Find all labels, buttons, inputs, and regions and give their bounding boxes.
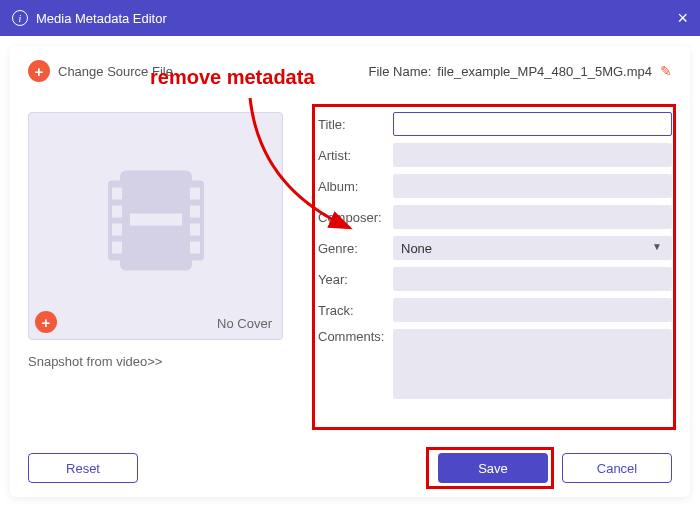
edit-filename-icon[interactable]: ✎ (660, 63, 672, 79)
svg-rect-11 (130, 214, 182, 226)
content-panel: + Change Source File File Name: file_exa… (10, 46, 690, 497)
year-label: Year: (318, 272, 393, 287)
genre-label: Genre: (318, 241, 393, 256)
svg-rect-3 (112, 188, 122, 200)
svg-rect-10 (190, 242, 200, 254)
svg-rect-9 (190, 224, 200, 236)
artist-label: Artist: (318, 148, 393, 163)
change-source-button[interactable]: + (28, 60, 50, 82)
svg-rect-6 (112, 242, 122, 254)
top-row: + Change Source File File Name: file_exa… (28, 60, 672, 82)
change-source-label: Change Source File (58, 64, 173, 79)
artist-input[interactable] (393, 143, 672, 167)
svg-rect-8 (190, 206, 200, 218)
track-input[interactable] (393, 298, 672, 322)
title-label: Title: (318, 117, 393, 132)
save-button[interactable]: Save (438, 453, 548, 483)
comments-input[interactable] (393, 329, 672, 399)
filename-label: File Name: (369, 64, 432, 79)
comments-label: Comments: (318, 329, 393, 344)
album-input[interactable] (393, 174, 672, 198)
album-label: Album: (318, 179, 393, 194)
track-label: Track: (318, 303, 393, 318)
footer: Reset Save Cancel (28, 453, 672, 483)
snapshot-link[interactable]: Snapshot from video>> (28, 354, 288, 369)
svg-rect-4 (112, 206, 122, 218)
reset-button[interactable]: Reset (28, 453, 138, 483)
genre-select[interactable]: None (393, 236, 672, 260)
close-icon[interactable]: × (677, 8, 688, 29)
window-title: Media Metadata Editor (36, 11, 167, 26)
info-icon: i (12, 10, 28, 26)
composer-label: Composer: (318, 210, 393, 225)
titlebar: i Media Metadata Editor × (0, 0, 700, 36)
metadata-form: Title: Artist: Album: Composer: Genre: N… (318, 112, 672, 406)
composer-input[interactable] (393, 205, 672, 229)
film-icon (106, 166, 206, 276)
cancel-button[interactable]: Cancel (562, 453, 672, 483)
add-cover-button[interactable]: + (35, 311, 57, 333)
svg-rect-5 (112, 224, 122, 236)
filename-value: file_example_MP4_480_1_5MG.mp4 (437, 64, 652, 79)
title-input[interactable] (393, 112, 672, 136)
svg-rect-7 (190, 188, 200, 200)
year-input[interactable] (393, 267, 672, 291)
no-cover-label: No Cover (217, 316, 272, 331)
cover-preview: + No Cover (28, 112, 283, 340)
cover-column: + No Cover Snapshot from video>> (28, 112, 288, 406)
